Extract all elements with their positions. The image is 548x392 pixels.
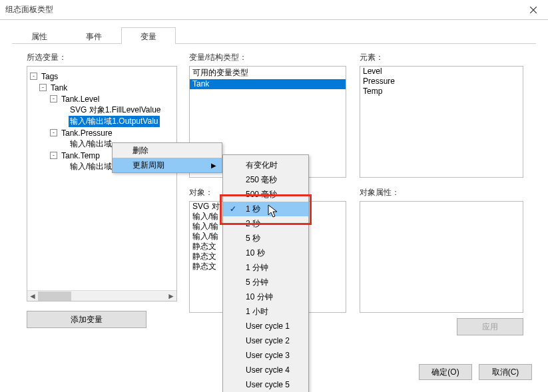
expand-icon[interactable]: - — [39, 84, 47, 91]
add-variable-button[interactable]: 添加变量 — [27, 311, 146, 328]
expand-icon[interactable]: - — [50, 129, 57, 136]
close-icon — [530, 7, 537, 13]
ctx-label: 1 分钟 — [246, 262, 268, 274]
cycle-500ms[interactable]: 500 毫秒 — [223, 187, 308, 202]
cancel-button[interactable]: 取消(C) — [479, 364, 532, 380]
tree-label: 输入/输出域1.OutputValu — [69, 116, 160, 127]
close-button[interactable] — [518, 0, 548, 20]
ctx-label: 删除 — [133, 145, 148, 156]
tree-label: Tank.Pressure — [60, 128, 114, 138]
cycle-on-change[interactable]: 有变化时 — [223, 158, 308, 172]
ctx-label: 500 毫秒 — [246, 189, 277, 200]
tab-properties[interactable]: 属性 — [12, 27, 67, 44]
tree-item[interactable]: - Tank.Level — [30, 93, 176, 104]
context-submenu-update-cycle[interactable]: 有变化时 250 毫秒 500 毫秒 ✓1 秒 2 秒 5 秒 10 秒 1 分… — [222, 154, 309, 392]
cycle-user2[interactable]: User cycle 2 — [223, 333, 308, 348]
ctx-label: 2 秒 — [246, 218, 260, 230]
column-selected-vars: 所选变量： - Tags - Tank - Tank.Level — [27, 52, 180, 328]
ctx-label: 更新周期 — [133, 160, 164, 171]
ctx-label: 10 秒 — [246, 248, 265, 259]
cycle-1min[interactable]: 1 分钟 — [223, 260, 308, 275]
ctx-label: User cycle 1 — [246, 321, 290, 331]
tab-bar: 属性 事件 变量 — [12, 27, 536, 44]
expand-icon[interactable]: - — [50, 95, 57, 102]
cycle-250ms[interactable]: 250 毫秒 — [223, 172, 308, 187]
tree-label: Tank.Temp — [60, 151, 101, 160]
cycle-user5[interactable]: User cycle 5 — [223, 377, 308, 392]
column-element-property: 元素： Level Pressure Temp 对象属性： 应用 — [360, 52, 523, 313]
cycle-user3[interactable]: User cycle 3 — [223, 348, 308, 363]
tree-item[interactable]: - Tank — [30, 82, 176, 93]
ctx-label: 5 秒 — [246, 233, 260, 244]
ok-button[interactable]: 确定(O) — [419, 364, 472, 380]
tab-events[interactable]: 事件 — [67, 27, 121, 44]
ctx-label: User cycle 2 — [246, 336, 290, 345]
element-label: 元素： — [360, 52, 523, 63]
tree-label: 输入/输出域 — [69, 138, 113, 150]
element-list[interactable]: Level Pressure Temp — [360, 66, 523, 178]
cycle-1s[interactable]: ✓1 秒 — [223, 202, 308, 216]
element-item[interactable]: Temp — [360, 87, 523, 97]
ctx-delete[interactable]: 删除 — [113, 143, 222, 158]
selected-vars-label: 所选变量： — [27, 52, 180, 63]
cycle-1hr[interactable]: 1 小时 — [223, 304, 308, 319]
ctx-label: 1 小时 — [246, 306, 268, 317]
ctx-label: 5 分钟 — [246, 277, 268, 288]
context-menu[interactable]: 删除 更新周期 ▶ — [112, 142, 222, 173]
ctx-label: User cycle 5 — [246, 380, 290, 389]
horizontal-scrollbar[interactable]: ◄ ► — [27, 290, 176, 301]
cycle-10s[interactable]: 10 秒 — [223, 246, 308, 260]
tree-root-label: Tags — [40, 72, 59, 81]
tree-label: Tank.Level — [60, 95, 101, 104]
ctx-update-cycle[interactable]: 更新周期 ▶ — [113, 158, 222, 172]
ctx-label: User cycle 3 — [246, 351, 290, 360]
cycle-10min[interactable]: 10 分钟 — [223, 290, 308, 304]
scroll-left-icon[interactable]: ◄ — [27, 291, 38, 301]
apply-button[interactable]: 应用 — [457, 318, 523, 335]
expand-icon[interactable]: - — [50, 152, 57, 159]
cycle-user1[interactable]: User cycle 1 — [223, 319, 308, 333]
tab-variables[interactable]: 变量 — [121, 27, 176, 44]
property-list[interactable] — [360, 201, 523, 313]
expand-icon[interactable]: - — [30, 73, 37, 80]
scroll-thumb[interactable] — [38, 292, 71, 301]
scroll-right-icon[interactable]: ► — [166, 291, 176, 301]
tree-label: SVG 对象1.FillLevelValue — [69, 104, 162, 116]
element-item[interactable]: Pressure — [360, 77, 523, 87]
titlebar: 组态面板类型 — [0, 0, 548, 20]
ctx-label: 250 毫秒 — [246, 174, 277, 186]
property-label: 对象属性： — [360, 187, 523, 198]
ctx-label: User cycle 4 — [246, 365, 290, 375]
ctx-label: 1 秒 — [246, 204, 260, 215]
cycle-5s[interactable]: 5 秒 — [223, 231, 308, 246]
ctx-label: 有变化时 — [246, 160, 278, 171]
tree-item[interactable]: - Tank.Pressure — [30, 127, 176, 138]
cycle-user4[interactable]: User cycle 4 — [223, 363, 308, 377]
dialog-footer: 确定(O) 取消(C) — [419, 364, 532, 380]
window-title: 组态面板类型 — [5, 4, 53, 15]
ctx-label: 10 分钟 — [246, 292, 273, 303]
tree-view[interactable]: - Tags - Tank - Tank.Level SVG 对象1.FillL… — [27, 66, 177, 301]
type-list-item[interactable]: Tank — [190, 79, 346, 89]
check-icon: ✓ — [230, 204, 236, 214]
cycle-2s[interactable]: 2 秒 — [223, 216, 308, 231]
element-item[interactable]: Level — [360, 67, 523, 77]
type-list-header: 可用的变量类型 — [190, 67, 346, 79]
tree-root[interactable]: - Tags — [30, 71, 176, 82]
tree-item-selected[interactable]: 输入/输出域1.OutputValu — [30, 116, 176, 127]
type-label: 变量/结构类型： — [189, 52, 346, 63]
cycle-5min[interactable]: 5 分钟 — [223, 275, 308, 290]
tree-label: Tank — [49, 83, 69, 93]
submenu-arrow-icon: ▶ — [211, 162, 216, 169]
tree-item[interactable]: SVG 对象1.FillLevelValue — [30, 104, 176, 116]
